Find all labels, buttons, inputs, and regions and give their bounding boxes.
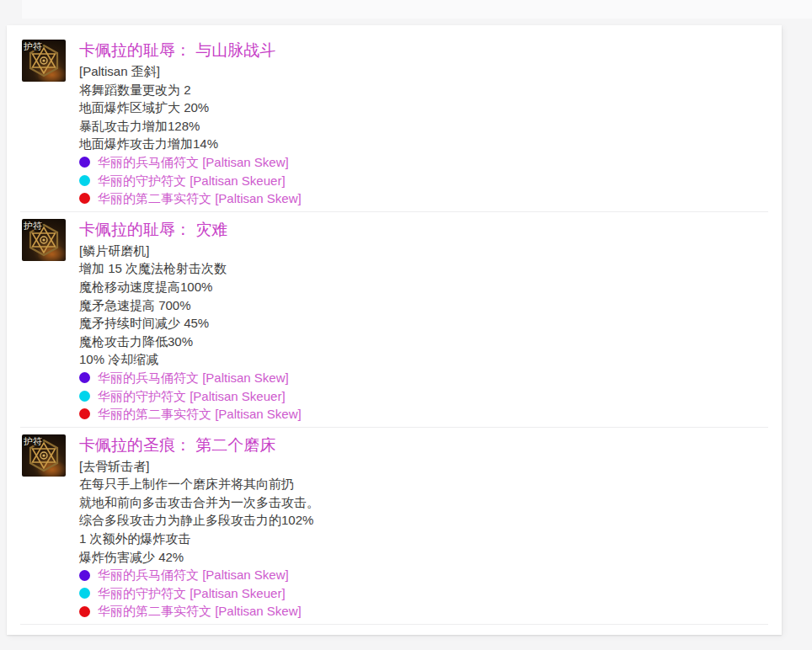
card-subtitle: [鳞片研磨机] [79,242,768,260]
effect-line: 将舞蹈数量更改为 2 [79,81,768,99]
rune-link[interactable]: 华丽的兵马俑符文 [Paltisan Skew] [98,153,289,172]
talisman-card: 护符 卡佩拉的耻辱： 灾难 [鳞片研磨机] 增加 15 次魔法枪射击次数魔枪移动… [20,212,768,428]
rune-item[interactable]: 华丽的第二事实符文 [Paltisan Skew] [79,602,768,621]
effect-lines: 在每只手上制作一个磨床并将其向前扔就地和前向多击攻击合并为一次多击攻击。综合多段… [79,475,768,566]
effect-line: 地面爆炸攻击力增加14% [79,135,768,153]
rune-dot-purple [79,157,90,168]
talisman-card: 护符 卡佩拉的耻辱： 与山脉战斗 [Paltisan 歪斜] 将舞蹈数量更改为 … [20,33,768,212]
icon-center-dot [42,454,45,456]
effect-lines: 增加 15 次魔法枪射击次数魔枪移动速度提高100%魔矛急速提高 700%魔矛持… [79,259,768,369]
effect-line: 10% 冷却缩减 [79,350,768,369]
effect-line: 综合多段攻击力为静止多段攻击力的102% [79,511,768,530]
talisman-icon-label: 护符 [24,436,42,446]
rune-dot-red [79,193,90,204]
rune-list: 华丽的兵马俑符文 [Paltisan Skew]华丽的守护符文 [Paltisa… [79,566,768,621]
rune-dot-purple [79,570,90,581]
effect-line: 魔矛急速提高 700% [79,296,768,315]
rune-dot-cyan [79,588,90,599]
effect-line: 爆炸伤害减少 42% [79,548,768,567]
effect-line: 暴乱攻击力增加128% [79,117,768,136]
rune-item[interactable]: 华丽的守护符文 [Paltisan Skeuer] [79,584,768,603]
rune-link[interactable]: 华丽的守护符文 [Paltisan Skeuer] [98,387,286,406]
talisman-card: 护符 卡佩拉的圣痕： 第二个磨床 [去骨斩击者] 在每只手上制作一个磨床并将其向… [20,428,768,625]
effect-line: 魔枪攻击力降低30% [79,333,768,351]
card-subtitle: [Paltisan 歪斜] [79,62,768,81]
top-strip [22,0,812,19]
talisman-icon-label: 护符 [24,221,42,231]
icon-center-dot [42,238,45,241]
effect-line: 就地和前向多击攻击合并为一次多击攻击。 [79,493,768,512]
page-background: { "page": { "background": "#f5f5f6", "to… [0,0,812,650]
rune-link[interactable]: 华丽的第二事实符文 [Paltisan Skew] [98,602,302,621]
rune-link[interactable]: 华丽的兵马俑符文 [Paltisan Skew] [98,566,289,584]
talisman-icon: 护符 [22,40,66,82]
rune-item[interactable]: 华丽的守护符文 [Paltisan Skeuer] [79,387,768,406]
rune-item[interactable]: 华丽的守护符文 [Paltisan Skeuer] [79,172,768,190]
rune-item[interactable]: 华丽的兵马俑符文 [Paltisan Skew] [79,153,768,172]
rune-item[interactable]: 华丽的兵马俑符文 [Paltisan Skew] [79,369,768,387]
card-title[interactable]: 卡佩拉的耻辱： 灾难 [79,218,768,242]
rune-link[interactable]: 华丽的守护符文 [Paltisan Skeuer] [98,172,286,190]
rune-link[interactable]: 华丽的兵马俑符文 [Paltisan Skew] [98,369,289,387]
rune-dot-red [79,606,90,617]
rune-link[interactable]: 华丽的第二事实符文 [Paltisan Skew] [98,405,302,424]
rune-dot-cyan [79,391,90,402]
effect-line: 1 次额外的爆炸攻击 [79,530,768,548]
effect-lines: 将舞蹈数量更改为 2地面爆炸区域扩大 20%暴乱攻击力增加128%地面爆炸攻击力… [79,81,768,153]
effect-line: 魔枪移动速度提高100% [79,278,768,296]
card-title[interactable]: 卡佩拉的耻辱： 与山脉战斗 [79,39,768,62]
card-title[interactable]: 卡佩拉的圣痕： 第二个磨床 [79,434,768,457]
rune-dot-red [79,408,90,419]
effect-line: 地面爆炸区域扩大 20% [79,99,768,117]
rune-dot-purple [79,372,90,383]
rune-item[interactable]: 华丽的第二事实符文 [Paltisan Skew] [79,189,768,208]
rune-dot-cyan [79,175,90,186]
talisman-icon: 护符 [22,434,66,477]
rune-item[interactable]: 华丽的兵马俑符文 [Paltisan Skew] [79,566,768,584]
rune-link[interactable]: 华丽的第二事实符文 [Paltisan Skew] [98,189,302,208]
effect-line: 在每只手上制作一个磨床并将其向前扔 [79,475,768,493]
rune-link[interactable]: 华丽的守护符文 [Paltisan Skeuer] [98,584,286,603]
effect-line: 增加 15 次魔法枪射击次数 [79,259,768,278]
effect-line: 魔矛持续时间减少 45% [79,314,768,333]
rune-item[interactable]: 华丽的第二事实符文 [Paltisan Skew] [79,405,768,424]
rune-list: 华丽的兵马俑符文 [Paltisan Skew]华丽的守护符文 [Paltisa… [79,369,768,424]
content-panel: 护符 卡佩拉的耻辱： 与山脉战斗 [Paltisan 歪斜] 将舞蹈数量更改为 … [7,25,782,635]
talisman-icon-label: 护符 [24,41,42,51]
icon-center-dot [42,59,45,61]
card-subtitle: [去骨斩击者] [79,457,768,476]
talisman-icon: 护符 [22,219,66,261]
rune-list: 华丽的兵马俑符文 [Paltisan Skew]华丽的守护符文 [Paltisa… [79,153,768,208]
